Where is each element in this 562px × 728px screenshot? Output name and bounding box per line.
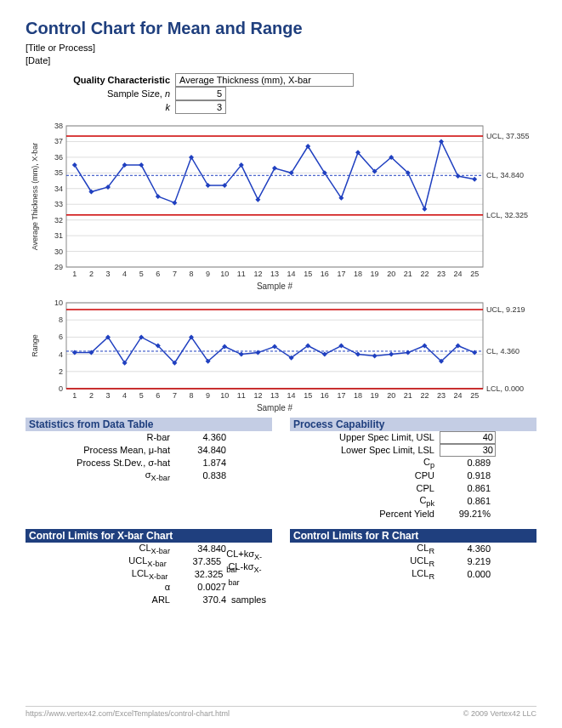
svg-text:8: 8 — [59, 316, 63, 324]
stat-label: UCLX-bar — [26, 555, 172, 568]
svg-text:3: 3 — [105, 391, 110, 400]
svg-text:Average Thickness (mm), X-bar: Average Thickness (mm), X-bar — [31, 142, 39, 250]
svg-text:20: 20 — [387, 270, 395, 278]
svg-text:6: 6 — [156, 391, 160, 400]
footer: https://www.vertex42.com/ExcelTemplates/… — [26, 706, 536, 718]
n-input[interactable]: 5 — [175, 87, 226, 100]
svg-text:5: 5 — [139, 391, 144, 400]
svg-text:3: 3 — [105, 270, 110, 278]
stat-value: 34.840 — [175, 445, 226, 455]
stat-value: 0.000 — [440, 569, 491, 579]
svg-text:13: 13 — [270, 391, 279, 400]
qc-input[interactable]: Average Thickness (mm), X-bar — [175, 73, 354, 87]
svg-text:14: 14 — [287, 391, 296, 400]
stat-value[interactable]: 30 — [440, 444, 496, 457]
stat-row: LCLR0.000 — [290, 568, 536, 581]
svg-text:17: 17 — [337, 391, 345, 400]
svg-text:1: 1 — [72, 391, 77, 400]
svg-text:19: 19 — [371, 391, 379, 400]
stat-value: 9.219 — [440, 556, 491, 566]
svg-text:LCL, 32.325: LCL, 32.325 — [486, 210, 528, 219]
meta-block: [Title or Process] [Date] — [26, 42, 536, 68]
stat-row: Percent Yield99.21% — [290, 508, 536, 520]
footer-copyright: © 2009 Vertex42 LLC — [463, 709, 536, 718]
svg-text:16: 16 — [321, 391, 329, 400]
stat-row: UCLR9.219 — [290, 555, 536, 568]
stat-value[interactable]: 40 — [440, 431, 496, 444]
stat-value: 0.861 — [440, 483, 491, 493]
svg-text:Range: Range — [31, 334, 39, 357]
svg-text:21: 21 — [404, 391, 412, 400]
stat-label: CPU — [290, 470, 440, 481]
stat-value: 99.21% — [440, 509, 491, 519]
svg-text:34: 34 — [54, 185, 63, 193]
svg-text:15: 15 — [304, 391, 312, 400]
svg-text:LCL, 0.000: LCL, 0.000 — [486, 384, 524, 393]
svg-text:Sample #: Sample # — [257, 282, 293, 291]
stat-label: LCLR — [290, 568, 440, 581]
stat-label: α — [26, 582, 175, 592]
svg-text:0: 0 — [59, 384, 63, 393]
svg-text:12: 12 — [253, 270, 262, 278]
page-title: Control Chart for Mean and Range — [26, 19, 536, 38]
stat-value: 0.889 — [440, 458, 491, 468]
stat-extra: CL-kσX-bar — [223, 561, 272, 587]
svg-text:36: 36 — [54, 153, 63, 162]
svg-text:22: 22 — [420, 270, 429, 278]
stat-label: CLR — [290, 543, 440, 555]
stat-value: 0.0027 — [175, 582, 226, 592]
stat-label: LCLX-bar — [26, 568, 173, 581]
xbar-chart: 2930313233343536373812345678910111213141… — [26, 121, 536, 291]
svg-text:CL, 4.360: CL, 4.360 — [486, 347, 519, 355]
svg-text:14: 14 — [287, 270, 296, 278]
svg-rect-45 — [66, 126, 483, 267]
svg-text:UCL, 37.355: UCL, 37.355 — [486, 132, 530, 140]
stat-label: Cpk — [290, 495, 440, 508]
svg-text:23: 23 — [437, 391, 446, 400]
svg-text:2: 2 — [89, 391, 94, 400]
svg-text:24: 24 — [454, 270, 463, 278]
svg-text:7: 7 — [173, 391, 177, 400]
k-input[interactable]: 3 — [175, 100, 226, 114]
svg-text:4: 4 — [122, 391, 127, 400]
stat-label: UCLR — [290, 555, 440, 568]
range-chart: 0246810123456789101112131415161718192021… — [26, 298, 536, 412]
svg-text:7: 7 — [173, 270, 177, 278]
svg-text:25: 25 — [470, 391, 479, 400]
stat-extra: samples — [226, 594, 266, 605]
cap-header: Process Capability — [290, 418, 536, 431]
stat-label: Percent Yield — [290, 509, 440, 519]
stat-value: 34.840 — [175, 543, 226, 554]
stat-label: ARL — [26, 594, 175, 605]
svg-text:24: 24 — [454, 391, 463, 400]
svg-text:4: 4 — [59, 350, 63, 358]
stat-label: Upper Spec Limit, USL — [290, 432, 440, 442]
stat-row: R-bar4.360 — [26, 431, 272, 444]
stat-label: Process Mean, μ-hat — [26, 445, 175, 455]
stat-label: Process St.Dev., σ-hat — [26, 458, 175, 468]
svg-text:UCL, 9.219: UCL, 9.219 — [486, 305, 525, 314]
stats-header: Statistics from Data Table — [26, 418, 272, 431]
stat-value: 37.355 — [172, 556, 221, 566]
svg-text:18: 18 — [354, 270, 362, 278]
svg-text:35: 35 — [54, 168, 63, 177]
stat-row: Cp0.889 — [290, 457, 536, 469]
svg-text:21: 21 — [404, 270, 412, 278]
svg-text:16: 16 — [321, 270, 329, 278]
svg-text:11: 11 — [237, 391, 246, 400]
stat-label: R-bar — [26, 432, 175, 442]
svg-text:6: 6 — [59, 333, 63, 341]
stat-row: Process Mean, μ-hat34.840 — [26, 444, 272, 457]
stat-value: 370.4 — [175, 594, 226, 605]
k-label: k — [43, 102, 175, 112]
svg-text:4: 4 — [122, 270, 127, 278]
svg-text:20: 20 — [387, 391, 395, 400]
n-label: Sample Size, n — [43, 88, 175, 99]
svg-text:10: 10 — [220, 391, 229, 400]
stat-row: Cpk0.861 — [290, 495, 536, 508]
svg-text:2: 2 — [59, 367, 63, 376]
stat-row: ARL370.4samples — [26, 594, 272, 606]
stat-value: 32.325 — [173, 569, 223, 579]
footer-url: https://www.vertex42.com/ExcelTemplates/… — [26, 709, 230, 718]
stat-row: LCLX-bar32.325CL-kσX-bar — [26, 568, 272, 581]
